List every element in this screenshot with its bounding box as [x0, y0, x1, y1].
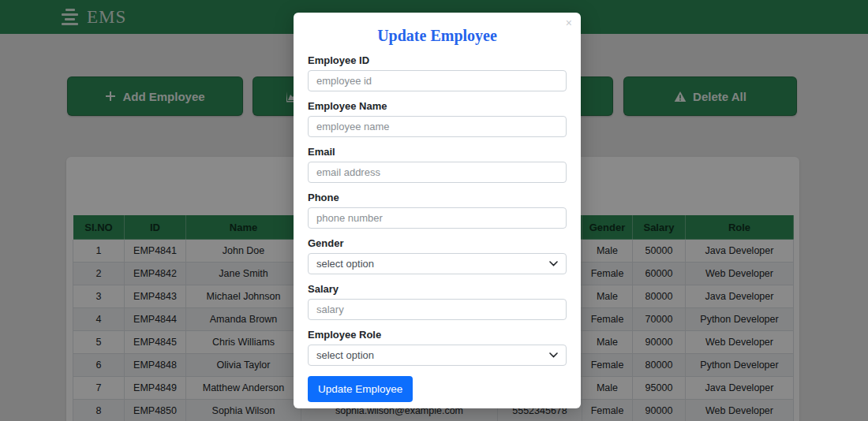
update-employee-modal: × Update Employee Employee ID Employee N… [294, 13, 581, 408]
gender-select[interactable]: select option [308, 253, 567, 274]
modal-title: Update Employee [308, 27, 567, 45]
email-field[interactable] [308, 162, 567, 183]
employee-name-label: Employee Name [308, 100, 567, 113]
chevron-down-icon [549, 352, 558, 358]
chevron-down-icon [549, 261, 558, 266]
employee-id-label: Employee ID [308, 54, 567, 67]
gender-select-value: select option [316, 258, 374, 270]
employee-id-field[interactable] [308, 70, 567, 91]
salary-label: Salary [308, 283, 567, 296]
employee-name-field[interactable] [308, 116, 567, 137]
close-icon[interactable]: × [566, 17, 572, 28]
employee-role-select-value: select option [316, 349, 374, 361]
salary-field[interactable] [308, 299, 567, 320]
employee-role-select[interactable]: select option [308, 345, 567, 366]
phone-field[interactable] [308, 207, 567, 229]
phone-label: Phone [308, 192, 567, 204]
employee-role-label: Employee Role [308, 329, 567, 341]
email-label: Email [308, 146, 567, 158]
update-employee-submit-button[interactable]: Update Employee [308, 376, 413, 402]
gender-label: Gender [308, 237, 567, 250]
